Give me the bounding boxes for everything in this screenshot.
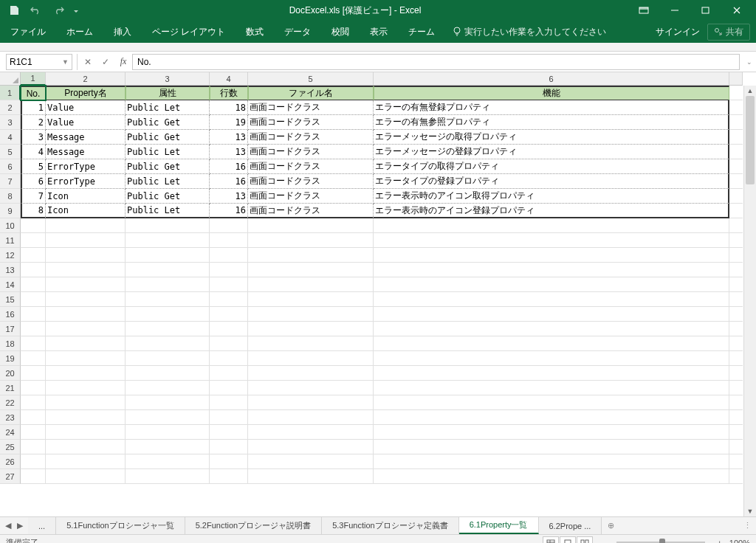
column-header[interactable]: 1 <box>21 72 46 86</box>
empty-cell[interactable] <box>21 425 46 440</box>
chevron-down-icon[interactable]: ▼ <box>62 58 69 66</box>
table-header-cell[interactable]: No. <box>21 86 46 100</box>
table-header-cell[interactable]: 属性 <box>126 86 210 100</box>
data-cell[interactable]: エラー表示時のアイコン登録プロパティ <box>374 204 729 218</box>
empty-cell[interactable] <box>374 263 729 277</box>
row-header[interactable]: 15 <box>0 292 21 307</box>
data-cell[interactable]: エラーの有無登録プロパティ <box>374 100 729 115</box>
empty-cell[interactable] <box>46 277 126 292</box>
empty-cell[interactable] <box>21 218 46 233</box>
empty-cell[interactable] <box>248 440 374 454</box>
data-cell[interactable]: 19 <box>210 115 248 130</box>
empty-cell[interactable] <box>21 469 46 484</box>
empty-cell[interactable] <box>21 307 46 322</box>
row-header[interactable]: 12 <box>0 248 21 263</box>
empty-cell[interactable] <box>210 248 248 263</box>
add-sheet-button[interactable]: ⊕ <box>602 517 619 534</box>
empty-cell[interactable] <box>126 292 210 307</box>
table-header-cell[interactable]: 行数 <box>210 86 248 100</box>
formula-expand-button[interactable]: ⌄ <box>743 58 756 66</box>
empty-cell[interactable] <box>126 277 210 292</box>
column-header[interactable]: 2 <box>46 72 126 86</box>
empty-cell[interactable] <box>248 366 374 381</box>
empty-cell[interactable] <box>374 277 729 292</box>
empty-cell[interactable] <box>21 440 46 454</box>
empty-cell[interactable] <box>210 366 248 381</box>
empty-cell[interactable] <box>210 307 248 322</box>
insert-function-button[interactable]: fx <box>114 54 132 70</box>
zoom-slider-handle[interactable] <box>659 539 665 544</box>
empty-cell[interactable] <box>374 218 729 233</box>
empty-cell[interactable] <box>374 336 729 351</box>
data-cell[interactable]: 3 <box>21 130 46 145</box>
empty-cell[interactable] <box>248 336 374 351</box>
data-cell[interactable]: 1 <box>21 100 46 115</box>
empty-cell[interactable] <box>46 410 126 425</box>
row-header[interactable]: 21 <box>0 381 21 395</box>
sheet-nav-prev[interactable]: ◀ <box>3 521 13 530</box>
data-cell[interactable]: 画面コードクラス <box>248 115 374 130</box>
empty-cell[interactable] <box>210 381 248 395</box>
empty-cell[interactable] <box>46 307 126 322</box>
empty-cell[interactable] <box>46 322 126 336</box>
vertical-scroll-thumb[interactable] <box>746 96 755 184</box>
empty-cell[interactable] <box>374 248 729 263</box>
empty-cell[interactable] <box>374 410 729 425</box>
empty-cell[interactable] <box>210 322 248 336</box>
data-cell[interactable]: 画面コードクラス <box>248 204 374 218</box>
data-cell[interactable]: 画面コードクラス <box>248 100 374 115</box>
empty-cell[interactable] <box>126 233 210 248</box>
empty-cell[interactable] <box>210 454 248 469</box>
column-header[interactable]: 5 <box>248 72 374 86</box>
empty-cell[interactable] <box>126 307 210 322</box>
ribbon-tab-5[interactable]: データ <box>274 21 321 43</box>
row-header[interactable]: 8 <box>0 189 21 204</box>
sheet-nav-next[interactable]: ▶ <box>15 521 25 530</box>
empty-cell[interactable] <box>374 322 729 336</box>
empty-cell[interactable] <box>248 277 374 292</box>
empty-cell[interactable] <box>21 322 46 336</box>
data-cell[interactable]: 16 <box>210 159 248 174</box>
data-cell[interactable]: Public Get <box>126 115 210 130</box>
empty-cell[interactable] <box>374 469 729 484</box>
empty-cell[interactable] <box>126 469 210 484</box>
sheet-tab-1[interactable]: 5.1Functionプロシージャ一覧 <box>56 517 185 534</box>
empty-cell[interactable] <box>210 410 248 425</box>
zoom-out-button[interactable]: − <box>600 539 605 544</box>
empty-cell[interactable] <box>374 381 729 395</box>
empty-cell[interactable] <box>46 440 126 454</box>
undo-button[interactable] <box>27 2 46 18</box>
empty-cell[interactable] <box>21 336 46 351</box>
row-header[interactable]: 9 <box>0 204 21 218</box>
data-cell[interactable]: 画面コードクラス <box>248 189 374 204</box>
scroll-up-button[interactable]: ▲ <box>744 86 756 96</box>
empty-cell[interactable] <box>126 351 210 366</box>
empty-cell[interactable] <box>46 395 126 410</box>
row-header[interactable]: 16 <box>0 307 21 322</box>
empty-cell[interactable] <box>21 277 46 292</box>
empty-cell[interactable] <box>126 440 210 454</box>
row-header[interactable]: 25 <box>0 440 21 454</box>
empty-cell[interactable] <box>126 336 210 351</box>
empty-cell[interactable] <box>210 277 248 292</box>
empty-cell[interactable] <box>248 218 374 233</box>
data-cell[interactable]: 13 <box>210 130 248 145</box>
ribbon-tab-2[interactable]: 挿入 <box>103 21 142 43</box>
normal-view-button[interactable] <box>543 536 559 544</box>
sheet-tab-2[interactable]: 5.2Functionプロシージャ説明書 <box>185 517 322 534</box>
data-cell[interactable]: 18 <box>210 100 248 115</box>
tell-me[interactable]: 実行したい作業を入力してください <box>453 26 606 38</box>
data-cell[interactable]: エラータイプの取得プロパティ <box>374 159 729 174</box>
select-all-corner[interactable] <box>0 72 21 86</box>
row-header[interactable]: 24 <box>0 425 21 440</box>
sheet-tab-5[interactable]: 6.2Prope ... <box>539 517 602 534</box>
ribbon-tab-6[interactable]: 校閲 <box>321 21 360 43</box>
data-cell[interactable]: Value <box>46 115 126 130</box>
data-cell[interactable]: 画面コードクラス <box>248 145 374 159</box>
row-header[interactable]: 23 <box>0 410 21 425</box>
data-cell[interactable]: 6 <box>21 174 46 189</box>
column-header[interactable]: 4 <box>210 72 248 86</box>
ribbon-tab-1[interactable]: ホーム <box>56 21 103 43</box>
empty-cell[interactable] <box>46 351 126 366</box>
data-cell[interactable]: Public Let <box>126 100 210 115</box>
